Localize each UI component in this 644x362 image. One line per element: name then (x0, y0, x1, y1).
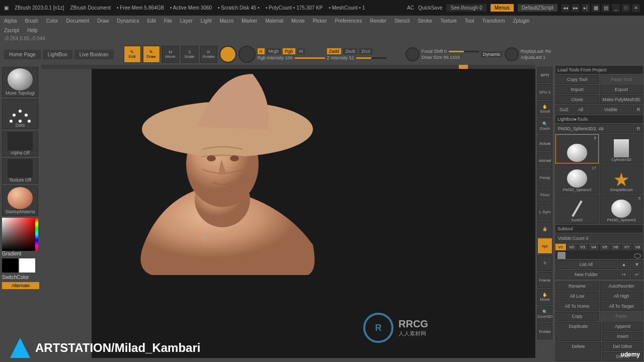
switch-color-button[interactable]: SwitchColor (2, 275, 39, 280)
rgb-intensity-slider[interactable]: Rgb Intensity 100 (258, 55, 293, 60)
quicksave-button[interactable]: QuickSave (418, 5, 442, 11)
copy-subtool-button[interactable]: Copy (555, 312, 599, 321)
brush-selector[interactable]: Move Topologi (2, 67, 38, 97)
imm-brush-icon[interactable] (505, 47, 519, 61)
eye-icon[interactable] (634, 253, 641, 258)
menu-layer[interactable]: Layer (180, 18, 193, 24)
arrow2-icon[interactable]: ↩ (631, 270, 643, 279)
nav-next-icon[interactable]: ▸▸ (572, 4, 580, 12)
vtab[interactable]: V5 (600, 244, 610, 250)
live-boolean-button[interactable]: Live Boolean (74, 50, 114, 59)
nav-prev-icon[interactable]: ◂◂ (561, 4, 570, 12)
menu-macro[interactable]: Macro (220, 18, 234, 24)
focal-shift-slider[interactable]: Focal Shift 0 (422, 49, 447, 54)
clone-button[interactable]: Clone (555, 95, 599, 104)
makepolymesh-button[interactable]: Make PolyMesh3D (600, 95, 643, 104)
menu-zplugin[interactable]: Zplugin (513, 18, 530, 24)
material-selector[interactable]: StartupMateria (2, 186, 38, 216)
edit-mode-button[interactable]: ✎Edit (124, 46, 141, 63)
gizmo-toggle[interactable] (219, 46, 236, 63)
doc-scroll-h[interactable] (41, 65, 535, 69)
floor-button[interactable]: Floor (537, 187, 552, 203)
lsym-button[interactable]: L.Sym (537, 204, 552, 220)
viewport[interactable]: R RRCG人人素材网 (92, 69, 535, 358)
actual-button[interactable]: Actual (537, 135, 552, 151)
seethrough-slider[interactable]: See-through 0 (446, 4, 486, 12)
vtab[interactable]: V4 (589, 244, 599, 250)
zoom-button[interactable]: 🔍Zoom (537, 118, 552, 134)
alltohome-button[interactable]: All To Home (555, 302, 599, 311)
menu-picker[interactable]: Picker (313, 18, 327, 24)
import-button[interactable]: Import (555, 85, 599, 94)
maximize-icon[interactable]: □ (622, 4, 630, 12)
menu-stencil[interactable]: Stencil (394, 18, 410, 24)
close-icon[interactable]: ✕ (632, 4, 640, 12)
frame-button[interactable]: Frame (537, 272, 552, 288)
goz-r-button[interactable]: R (634, 105, 643, 114)
menu-help[interactable]: Help (27, 28, 38, 33)
tool-r-button[interactable]: R (634, 124, 643, 133)
draw-size-slider[interactable]: Draw Size 99.1419 (422, 55, 460, 60)
spix-button[interactable]: SPix 3 (537, 84, 552, 100)
zoom3d-button[interactable]: 🔍Zoom3D (537, 306, 552, 322)
menu-edit[interactable]: Edit (147, 18, 155, 24)
alternate-button[interactable]: Alternate (2, 282, 39, 289)
aahalf-button[interactable]: AAHalf (537, 152, 552, 168)
color-picker[interactable]: Gradient (2, 218, 39, 256)
zcut-toggle[interactable]: Zcut (359, 48, 372, 54)
canvas-area[interactable]: R RRCG人人素材网 (41, 65, 535, 362)
vtab[interactable]: V2 (567, 244, 577, 250)
move-up-button[interactable]: ▲ (618, 260, 630, 269)
allhigh-button[interactable]: All High (600, 292, 643, 301)
rotate3d-button[interactable]: Rotate (537, 323, 552, 339)
menu-movie[interactable]: Movie (291, 18, 305, 24)
zsub-toggle[interactable]: Zsub (343, 48, 357, 54)
listall-button[interactable]: List All (555, 260, 617, 269)
vtab[interactable]: V8 (632, 244, 643, 250)
grid-icon[interactable]: ▤ (602, 4, 610, 12)
tool-thumb[interactable]: Cylinder3D (600, 134, 643, 163)
export-button[interactable]: Export (600, 85, 643, 94)
menu-texture[interactable]: Texture (440, 18, 457, 24)
move3d-button[interactable]: ✋Move (537, 289, 552, 305)
subtool-row[interactable] (555, 250, 643, 259)
vtab[interactable]: V6 (610, 244, 621, 250)
autoreorder-button[interactable]: AutoReorder (600, 282, 643, 291)
rename-button[interactable]: Rename (555, 282, 599, 291)
bpr-button[interactable]: BPR (537, 67, 552, 83)
insert-button[interactable]: Insert (602, 332, 643, 341)
menu-file[interactable]: File (164, 18, 172, 24)
append-button[interactable]: Append (602, 322, 643, 331)
load-tools-header[interactable]: Load Tools From Project (555, 66, 643, 74)
lightbox-button[interactable]: LightBox (43, 50, 72, 59)
menu-light[interactable]: Light (201, 18, 212, 24)
menu-transform[interactable]: Transform (482, 18, 505, 24)
brush-cursor-icon[interactable] (406, 47, 420, 61)
menu-color[interactable]: Color (46, 18, 58, 24)
menu-tool[interactable]: Tool (465, 18, 474, 24)
menu-draw[interactable]: Draw (97, 18, 109, 24)
subtool-header[interactable]: Subtool (555, 225, 643, 233)
tool-thumb[interactable]: box03 (555, 195, 599, 224)
goz-button[interactable]: GoZ (555, 105, 573, 114)
move-down-button[interactable]: ▼ (631, 260, 643, 269)
replay-last-button[interactable]: ReplayLast (521, 49, 543, 54)
minimize-icon[interactable]: _ (612, 4, 620, 12)
scale-mode-button[interactable]: SScale (181, 46, 198, 63)
nav-last-icon[interactable]: ▸| (582, 4, 590, 12)
stroke-selector[interactable]: Dots (2, 99, 38, 129)
xyz-button[interactable]: xyz (537, 238, 552, 254)
scroll-button[interactable]: ✋Scroll (537, 101, 552, 117)
menu-zscript[interactable]: Zscript (4, 28, 19, 33)
menu-stroke[interactable]: Stroke (418, 18, 432, 24)
goz-all-button[interactable]: All (574, 105, 588, 114)
menu-preferences[interactable]: Preferences (335, 18, 362, 24)
menus-toggle[interactable]: Menus (491, 4, 514, 12)
paste-tool-button[interactable]: Paste Tool (600, 75, 643, 84)
alllow-button[interactable]: All Low (555, 292, 599, 301)
vtab[interactable]: V1 (555, 244, 566, 250)
alltotarget-button[interactable]: All To Target (600, 302, 643, 311)
default-zscript-button[interactable]: DefaultZScript (518, 4, 557, 12)
duplicate-button[interactable]: Duplicate (555, 322, 601, 341)
m-toggle[interactable]: M (297, 48, 305, 54)
